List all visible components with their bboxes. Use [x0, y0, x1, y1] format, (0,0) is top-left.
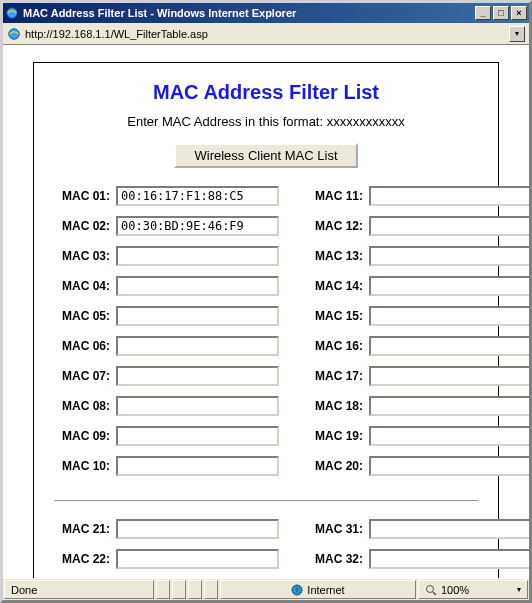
status-slot: [204, 580, 218, 599]
mac-label: MAC 14:: [307, 279, 363, 293]
mac-label: MAC 06:: [54, 339, 110, 353]
maximize-button[interactable]: □: [493, 6, 509, 20]
mac-input-09[interactable]: [116, 426, 279, 446]
mac-label: MAC 32:: [307, 552, 363, 566]
close-button[interactable]: ×: [511, 6, 527, 20]
mac-input-08[interactable]: [116, 396, 279, 416]
mac-input-07[interactable]: [116, 366, 279, 386]
mac-input-17[interactable]: [369, 366, 529, 386]
chevron-down-icon[interactable]: ▾: [517, 585, 521, 594]
mac-input-01[interactable]: [116, 186, 279, 206]
mac-input-11[interactable]: [369, 186, 529, 206]
page-title: MAC Address Filter List: [54, 81, 478, 104]
titlebar: MAC Address Filter List - Windows Intern…: [3, 3, 529, 23]
window-controls: _ □ ×: [475, 6, 527, 20]
mac-columns-top: MAC 01: MAC 02: MAC 03: MAC 04: MAC 05: …: [54, 186, 478, 486]
mac-input-04[interactable]: [116, 276, 279, 296]
mac-label: MAC 08:: [54, 399, 110, 413]
status-slot: [188, 580, 202, 599]
mac-label: MAC 16:: [307, 339, 363, 353]
section-divider: [54, 500, 478, 501]
mac-input-16[interactable]: [369, 336, 529, 356]
mac-col-right-bottom: MAC 31: MAC 32: MAC 33:: [307, 519, 529, 578]
mac-label: MAC 18:: [307, 399, 363, 413]
svg-line-4: [433, 592, 436, 595]
status-zone: Internet: [220, 580, 416, 599]
mac-label: MAC 12:: [307, 219, 363, 233]
url-dropdown-icon[interactable]: ▾: [509, 26, 525, 42]
mac-input-06[interactable]: [116, 336, 279, 356]
mac-input-02[interactable]: [116, 216, 279, 236]
mac-label: MAC 10:: [54, 459, 110, 473]
mac-label: MAC 13:: [307, 249, 363, 263]
zoom-text: 100%: [441, 584, 469, 596]
zone-text: Internet: [307, 584, 344, 596]
mac-label: MAC 01:: [54, 189, 110, 203]
zoom-icon: [425, 584, 437, 596]
wireless-client-list-button[interactable]: Wireless Client MAC List: [174, 143, 357, 168]
globe-icon: [291, 584, 303, 596]
mac-col-left-top: MAC 01: MAC 02: MAC 03: MAC 04: MAC 05: …: [54, 186, 279, 486]
mac-input-03[interactable]: [116, 246, 279, 266]
ie-icon: [5, 6, 19, 20]
mac-label: MAC 11:: [307, 189, 363, 203]
browser-window: MAC Address Filter List - Windows Intern…: [0, 0, 532, 603]
status-bar: Done Internet 100% ▾: [3, 578, 529, 600]
page-icon: [7, 27, 21, 41]
mac-input-15[interactable]: [369, 306, 529, 326]
minimize-button[interactable]: _: [475, 6, 491, 20]
window-title: MAC Address Filter List - Windows Intern…: [23, 7, 475, 19]
mac-col-left-bottom: MAC 21: MAC 22: MAC 23:: [54, 519, 279, 578]
status-slot: [156, 580, 170, 599]
status-done: Done: [4, 580, 154, 599]
mac-label: MAC 09:: [54, 429, 110, 443]
mac-label: MAC 05:: [54, 309, 110, 323]
mac-label: MAC 22:: [54, 552, 110, 566]
mac-input-10[interactable]: [116, 456, 279, 476]
mac-label: MAC 21:: [54, 522, 110, 536]
mac-label: MAC 17:: [307, 369, 363, 383]
instruction-text: Enter MAC Address in this format: xxxxxx…: [54, 114, 478, 129]
mac-input-32[interactable]: [369, 549, 529, 569]
url-text[interactable]: http://192.168.1.1/WL_FilterTable.asp: [25, 28, 505, 40]
mac-input-14[interactable]: [369, 276, 529, 296]
mac-columns-bottom: MAC 21: MAC 22: MAC 23: MAC 31: MAC 32: …: [54, 519, 478, 578]
mac-input-05[interactable]: [116, 306, 279, 326]
page-content: MAC Address Filter List Enter MAC Addres…: [33, 62, 499, 578]
mac-input-21[interactable]: [116, 519, 279, 539]
mac-label: MAC 02:: [54, 219, 110, 233]
status-slot: [172, 580, 186, 599]
mac-label: MAC 15:: [307, 309, 363, 323]
mac-label: MAC 31:: [307, 522, 363, 536]
mac-input-22[interactable]: [116, 549, 279, 569]
mac-label: MAC 03:: [54, 249, 110, 263]
mac-label: MAC 19:: [307, 429, 363, 443]
mac-label: MAC 04:: [54, 279, 110, 293]
mac-input-19[interactable]: [369, 426, 529, 446]
mac-input-31[interactable]: [369, 519, 529, 539]
mac-input-20[interactable]: [369, 456, 529, 476]
mac-label: MAC 20:: [307, 459, 363, 473]
status-zoom[interactable]: 100% ▾: [418, 580, 528, 599]
svg-point-3: [427, 585, 434, 592]
mac-col-right-top: MAC 11: MAC 12: MAC 13: MAC 14: MAC 15: …: [307, 186, 529, 486]
mac-input-13[interactable]: [369, 246, 529, 266]
address-bar: http://192.168.1.1/WL_FilterTable.asp ▾: [3, 23, 529, 45]
mac-label: MAC 07:: [54, 369, 110, 383]
mac-input-12[interactable]: [369, 216, 529, 236]
page-viewport: MAC Address Filter List Enter MAC Addres…: [3, 45, 529, 578]
mac-input-18[interactable]: [369, 396, 529, 416]
